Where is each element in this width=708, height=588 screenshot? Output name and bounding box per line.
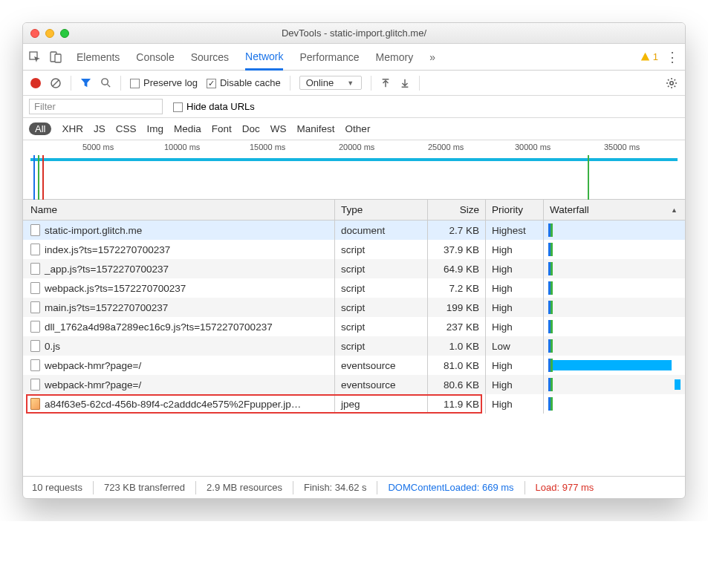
table-row[interactable]: a84f63e5-62cd-456b-89f4-c2adddc4e575%2Fp… — [23, 394, 685, 414]
type-ws[interactable]: WS — [270, 123, 287, 134]
request-type: jpeg — [335, 394, 428, 414]
table-row[interactable]: _app.js?ts=1572270700237script64.9 KBHig… — [23, 259, 685, 278]
type-font[interactable]: Font — [212, 123, 232, 134]
request-size: 7.2 KB — [428, 278, 486, 298]
tab-network[interactable]: Network — [245, 45, 283, 71]
request-size: 2.7 KB — [428, 220, 486, 240]
svg-point-5 — [102, 79, 108, 85]
request-type: script — [335, 240, 428, 259]
clear-icon[interactable] — [50, 77, 62, 89]
status-bar: 10 requests 723 KB transferred 2.9 MB re… — [23, 476, 685, 498]
table-row[interactable]: 0.jsscript1.0 KBLow — [23, 336, 685, 356]
file-icon — [30, 321, 40, 333]
request-name: index.js?ts=1572270700237 — [45, 244, 170, 255]
search-icon[interactable] — [100, 77, 111, 88]
svg-line-6 — [107, 84, 110, 87]
request-waterfall — [544, 240, 685, 259]
status-finish: Finish: 34.62 s — [304, 482, 367, 493]
svg-line-4 — [53, 80, 59, 86]
request-size: 237 KB — [428, 317, 486, 336]
table-row[interactable]: index.js?ts=1572270700237script37.9 KBHi… — [23, 240, 685, 259]
request-waterfall — [544, 317, 685, 336]
type-filter-bar: All XHR JS CSS Img Media Font Doc WS Man… — [23, 118, 685, 140]
request-type: script — [335, 317, 428, 336]
request-type: script — [335, 259, 428, 278]
disable-cache-checkbox[interactable]: Disable cache — [207, 77, 281, 88]
file-icon — [30, 359, 40, 371]
col-name[interactable]: Name — [23, 200, 335, 220]
request-waterfall — [544, 356, 685, 375]
table-row[interactable]: main.js?ts=1572270700237script199 KBHigh — [23, 298, 685, 317]
col-size[interactable]: Size — [428, 200, 486, 220]
file-icon — [30, 224, 40, 236]
filter-input[interactable]: Filter — [29, 99, 163, 114]
request-priority: Low — [486, 336, 544, 356]
request-table: static-import.glitch.medocument2.7 KBHig… — [23, 220, 685, 476]
kebab-menu-icon[interactable]: ⋮ — [666, 49, 679, 65]
type-media[interactable]: Media — [174, 123, 201, 134]
file-icon — [30, 301, 40, 313]
sort-asc-icon: ▲ — [671, 206, 678, 214]
svg-rect-2 — [55, 54, 61, 62]
status-resources: 2.9 MB resources — [207, 482, 282, 493]
preserve-log-checkbox[interactable]: Preserve log — [130, 77, 198, 88]
zoom-icon[interactable] — [60, 29, 69, 38]
request-waterfall — [544, 259, 685, 278]
request-waterfall — [544, 336, 685, 356]
settings-gear-icon[interactable] — [666, 77, 678, 89]
request-type: script — [335, 336, 428, 356]
tab-memory[interactable]: Memory — [376, 44, 414, 70]
file-icon — [30, 340, 40, 352]
type-css[interactable]: CSS — [116, 123, 137, 134]
network-toolbar: Preserve log Disable cache Online▼ — [23, 71, 685, 96]
type-img[interactable]: Img — [147, 123, 164, 134]
status-domcontentloaded: DOMContentLoaded: 669 ms — [388, 482, 513, 493]
request-name: webpack.js?ts=1572270700237 — [45, 283, 186, 294]
request-type: eventsource — [335, 356, 428, 375]
table-row[interactable]: webpack.js?ts=1572270700237script7.2 KBH… — [23, 278, 685, 298]
close-icon[interactable] — [30, 29, 39, 38]
request-size: 80.6 KB — [428, 375, 486, 394]
table-row[interactable]: webpack-hmr?page=/eventsource80.6 KBHigh — [23, 375, 685, 394]
request-priority: Highest — [486, 220, 544, 240]
request-priority: High — [486, 375, 544, 394]
request-name: dll_1762a4d98a7289ec16c9.js?ts=157227070… — [45, 321, 273, 333]
request-size: 37.9 KB — [428, 240, 486, 259]
col-type[interactable]: Type — [335, 200, 428, 220]
tab-more[interactable]: » — [429, 44, 435, 70]
type-xhr[interactable]: XHR — [62, 123, 83, 134]
table-row[interactable]: webpack-hmr?page=/eventsource81.0 KBHigh — [23, 356, 685, 375]
table-row[interactable]: static-import.glitch.medocument2.7 KBHig… — [23, 220, 685, 240]
tab-performance[interactable]: Performance — [299, 44, 359, 70]
inspect-icon[interactable] — [29, 51, 41, 63]
throttling-select[interactable]: Online▼ — [299, 76, 363, 90]
request-name: static-import.glitch.me — [45, 225, 142, 236]
type-js[interactable]: JS — [94, 123, 105, 134]
upload-har-icon[interactable] — [380, 78, 391, 88]
type-doc[interactable]: Doc — [242, 123, 260, 134]
tab-elements[interactable]: Elements — [77, 44, 120, 70]
request-name: _app.js?ts=1572270700237 — [45, 264, 169, 275]
request-priority: High — [486, 394, 544, 414]
record-button[interactable] — [30, 78, 41, 88]
file-icon — [30, 398, 40, 410]
request-priority: High — [486, 298, 544, 317]
type-manifest[interactable]: Manifest — [297, 123, 335, 134]
request-waterfall — [544, 220, 685, 240]
minimize-icon[interactable] — [45, 29, 54, 38]
table-row[interactable]: dll_1762a4d98a7289ec16c9.js?ts=157227070… — [23, 317, 685, 336]
timeline-overview[interactable]: 5000 ms 10000 ms 15000 ms 20000 ms 25000… — [23, 140, 685, 200]
download-har-icon[interactable] — [400, 78, 410, 88]
device-toggle-icon[interactable] — [50, 51, 62, 63]
tab-sources[interactable]: Sources — [191, 44, 229, 70]
col-priority[interactable]: Priority — [486, 200, 544, 220]
filter-toggle-icon[interactable] — [80, 77, 91, 88]
col-waterfall[interactable]: Waterfall▲ — [544, 200, 685, 220]
request-size: 1.0 KB — [428, 336, 486, 356]
hide-data-urls-checkbox[interactable]: Hide data URLs — [173, 101, 255, 112]
type-all[interactable]: All — [29, 122, 51, 135]
warnings-badge[interactable]: 1 — [640, 51, 658, 62]
type-other[interactable]: Other — [345, 123, 371, 134]
tab-console[interactable]: Console — [136, 44, 174, 70]
request-type: script — [335, 278, 428, 298]
